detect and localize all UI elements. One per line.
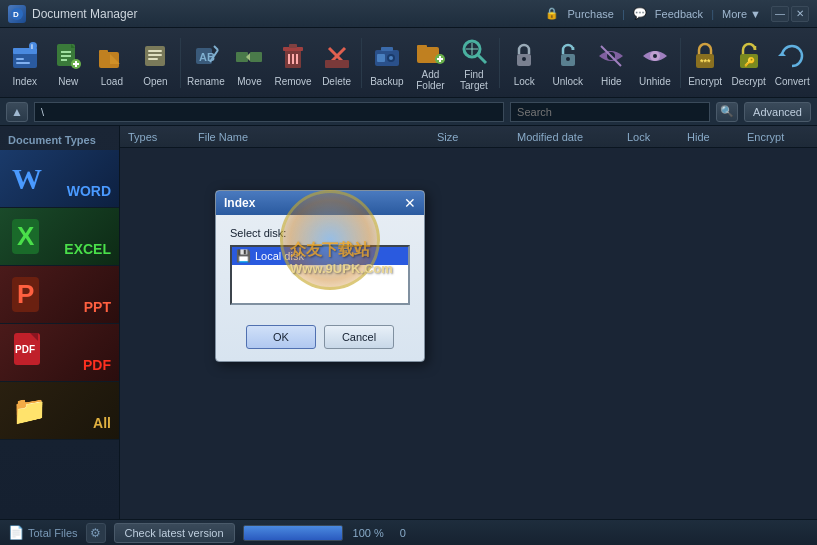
modal-label: Select disk:	[230, 227, 410, 239]
title-bar-actions: 🔒 Purchase | 💬 Feedback | More ▼	[545, 7, 761, 20]
svg-marker-65	[778, 52, 786, 56]
encrypt-label: Encrypt	[688, 76, 722, 87]
svg-rect-28	[250, 52, 262, 62]
toolbar-sep-2	[361, 38, 362, 88]
modal-buttons: OK Cancel	[216, 317, 424, 361]
toolbar-sep-4	[680, 38, 681, 88]
svg-point-54	[522, 57, 526, 61]
rename-icon: AB	[188, 38, 224, 74]
sidebar-item-ppt[interactable]: P PPT	[0, 266, 119, 324]
new-icon	[50, 38, 86, 74]
toolbar-convert-button[interactable]: Convert	[771, 31, 813, 95]
col-size: Size	[433, 131, 513, 143]
back-button[interactable]: ▲	[6, 102, 28, 122]
feedback-link[interactable]: Feedback	[655, 8, 703, 20]
move-label: Move	[237, 76, 261, 87]
toolbar-delete-button[interactable]: Delete	[316, 31, 358, 95]
advanced-button[interactable]: Advanced	[744, 102, 811, 122]
all-label: All	[93, 415, 111, 431]
minimize-button[interactable]: —	[771, 6, 789, 22]
toolbar-index-button[interactable]: i Index	[4, 31, 46, 95]
toolbar-backup-button[interactable]: Backup	[366, 31, 408, 95]
load-icon	[94, 38, 130, 74]
modal-close-button[interactable]: ✕	[404, 196, 416, 210]
disk-item-local[interactable]: 💾 Local disk	[232, 247, 408, 265]
svg-rect-22	[148, 58, 158, 60]
disk-listbox[interactable]: 💾 Local disk	[230, 245, 410, 305]
svg-line-50	[478, 55, 486, 63]
modal-cancel-button[interactable]: Cancel	[324, 325, 394, 349]
svg-text:***: ***	[700, 57, 711, 67]
title-bar: D Document Manager 🔒 Purchase | 💬 Feedba…	[0, 0, 817, 28]
svg-point-56	[566, 57, 570, 61]
sidebar-item-pdf[interactable]: PDF PDF	[0, 324, 119, 382]
remove-label: Remove	[274, 76, 311, 87]
addfolder-icon	[412, 35, 448, 67]
convert-icon	[774, 38, 810, 74]
hide-label: Hide	[601, 76, 622, 87]
all-icon: 📁	[12, 394, 47, 427]
search-input[interactable]	[510, 102, 710, 122]
excel-icon: X	[12, 219, 39, 254]
modal-ok-button[interactable]: OK	[246, 325, 316, 349]
sidebar-item-word[interactable]: W WORD	[0, 150, 119, 208]
svg-point-60	[653, 54, 657, 58]
convert-label: Convert	[775, 76, 810, 87]
toolbar-findtarget-button[interactable]: Find Target	[453, 31, 495, 95]
svg-text:i: i	[31, 43, 33, 50]
toolbar-addfolder-button[interactable]: Add Folder	[410, 31, 452, 95]
delete-label: Delete	[322, 76, 351, 87]
purchase-link[interactable]: Purchase	[567, 8, 613, 20]
progress-bar	[243, 525, 343, 541]
pdf-label: PDF	[83, 357, 111, 373]
address-input[interactable]	[34, 102, 504, 122]
sidebar-title: Document Types	[0, 126, 119, 150]
file-count: 0	[400, 527, 406, 539]
search-button[interactable]: 🔍	[716, 102, 738, 122]
col-lock: Lock	[623, 131, 683, 143]
toolbar-hide-button[interactable]: Hide	[591, 31, 633, 95]
col-encrypt: Encrypt	[743, 131, 813, 143]
toolbar-rename-button[interactable]: AB Rename	[185, 31, 227, 95]
toolbar-load-button[interactable]: Load	[91, 31, 133, 95]
svg-text:D: D	[13, 10, 19, 19]
toolbar-unlock-button[interactable]: Unlock	[547, 31, 589, 95]
sidebar: Document Types W WORD X EXCEL P PPT PDF	[0, 126, 120, 519]
svg-rect-45	[417, 45, 427, 49]
svg-rect-40	[377, 54, 385, 62]
close-button[interactable]: ✕	[791, 6, 809, 22]
toolbar-new-button[interactable]: New	[48, 31, 90, 95]
toolbar-remove-button[interactable]: Remove	[272, 31, 314, 95]
check-version-button[interactable]: Check latest version	[114, 523, 235, 543]
load-label: Load	[101, 76, 123, 87]
toolbar-move-button[interactable]: Move	[229, 31, 271, 95]
delete-icon	[319, 38, 355, 74]
decrypt-icon: 🔑	[731, 38, 767, 74]
sidebar-item-excel[interactable]: X EXCEL	[0, 208, 119, 266]
settings-button[interactable]: ⚙	[86, 523, 106, 543]
toolbar: i Index New	[0, 28, 817, 98]
index-modal: Index ✕ Select disk: 💾 Local disk OK Can…	[215, 190, 425, 362]
svg-rect-17	[99, 50, 108, 54]
svg-point-42	[389, 56, 393, 60]
svg-line-25	[214, 46, 218, 50]
modal-title-bar: Index ✕	[216, 191, 424, 215]
more-button[interactable]: More ▼	[722, 8, 761, 20]
word-icon: W	[12, 162, 42, 196]
col-modified: Modified date	[513, 131, 623, 143]
toolbar-decrypt-button[interactable]: 🔑 Decrypt	[728, 31, 770, 95]
toolbar-open-button[interactable]: Open	[135, 31, 177, 95]
toolbar-lock-button[interactable]: Lock	[503, 31, 545, 95]
progress-bar-fill	[244, 526, 342, 540]
window-controls: — ✕	[771, 6, 809, 22]
backup-label: Backup	[370, 76, 403, 87]
toolbar-unhide-button[interactable]: Unhide	[634, 31, 676, 95]
svg-rect-5	[16, 62, 30, 64]
new-label: New	[58, 76, 78, 87]
toolbar-sep-3	[499, 38, 500, 88]
svg-rect-21	[148, 54, 162, 56]
toolbar-encrypt-button[interactable]: *** Encrypt	[684, 31, 726, 95]
sidebar-item-all[interactable]: 📁 All	[0, 382, 119, 440]
ppt-label: PPT	[84, 299, 111, 315]
open-label: Open	[143, 76, 167, 87]
